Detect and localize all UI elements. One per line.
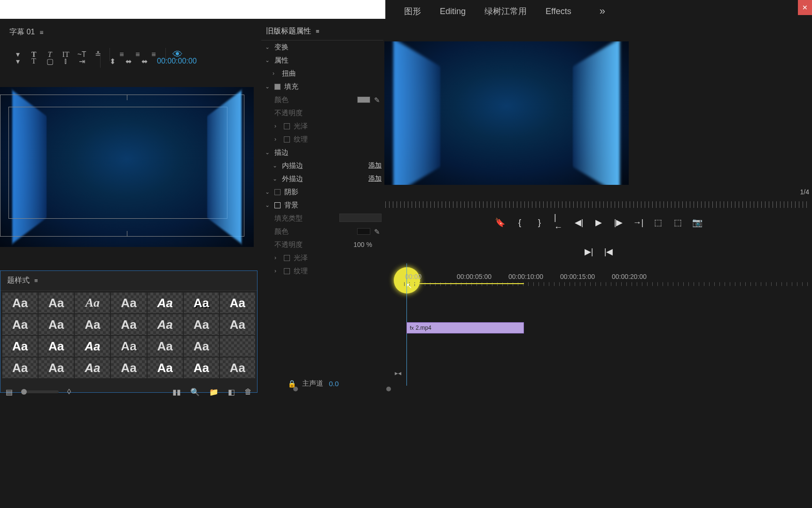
caret-icon[interactable]: ⌄: [273, 175, 278, 182]
caret-icon[interactable]: ›: [273, 70, 278, 77]
background-checkbox[interactable]: [274, 202, 281, 208]
style-preset[interactable]: Aa: [2, 357, 38, 378]
style-preset[interactable]: Aa: [2, 314, 38, 335]
distribute-icon[interactable]: ⫿: [60, 55, 72, 67]
close-button[interactable]: ✕: [798, 0, 812, 15]
folder-icon[interactable]: 📁: [209, 388, 219, 397]
prop-shadow[interactable]: 阴影: [284, 188, 298, 197]
style-preset[interactable]: [220, 336, 255, 357]
extract-icon[interactable]: ⬚: [672, 217, 683, 228]
style-preset[interactable]: Aa: [184, 357, 219, 378]
bg-sheen-checkbox[interactable]: [284, 255, 290, 261]
style-preset[interactable]: Aa: [184, 336, 219, 357]
work-area-bar[interactable]: [406, 283, 524, 284]
prop-outer-stroke[interactable]: 外描边: [282, 175, 303, 183]
shadow-checkbox[interactable]: [274, 189, 281, 195]
prop-inner-stroke[interactable]: 内描边: [282, 161, 303, 170]
caret-icon[interactable]: ⌄: [265, 83, 271, 90]
fill-checkbox[interactable]: [274, 84, 281, 90]
eyedropper-icon[interactable]: ✎: [374, 96, 382, 103]
monitor-ruler[interactable]: [385, 201, 809, 208]
style-preset[interactable]: Aa: [148, 293, 183, 313]
color-swatch[interactable]: [357, 96, 370, 103]
zoom-handle-right[interactable]: [386, 387, 391, 391]
title-timecode[interactable]: 00:00:00:00: [157, 57, 197, 65]
add-marker-icon[interactable]: 🔖: [495, 217, 505, 228]
workspace-editing[interactable]: Editing: [440, 7, 466, 16]
area-type-icon[interactable]: ▢: [44, 55, 56, 67]
step-back-icon[interactable]: ◀|: [574, 217, 584, 228]
sort-icon[interactable]: ◊: [67, 388, 71, 396]
caret-icon[interactable]: ›: [274, 123, 280, 129]
style-preset[interactable]: Aa: [2, 336, 38, 357]
insert-icon[interactable]: ▶|: [584, 246, 594, 257]
zoom-slider[interactable]: [21, 390, 59, 393]
caret-icon[interactable]: ›: [274, 268, 280, 274]
crawl-left-icon[interactable]: ⬌: [122, 55, 134, 67]
style-preset[interactable]: Aa: [184, 314, 219, 335]
overwrite-icon[interactable]: |◀: [603, 246, 614, 257]
play-icon[interactable]: ▶: [593, 217, 604, 228]
panel-menu-icon[interactable]: ≡: [34, 277, 38, 284]
style-preset[interactable]: Aa: [111, 293, 146, 313]
style-preset[interactable]: Aa: [39, 357, 74, 378]
caret-icon[interactable]: ⌄: [265, 202, 271, 208]
timeline-zoom-scrollbar[interactable]: [289, 387, 809, 392]
workspace-graphics[interactable]: 图形: [404, 6, 421, 17]
mark-out-icon[interactable]: }: [534, 217, 545, 228]
selection-tool-icon[interactable]: ▾: [12, 55, 24, 67]
style-preset[interactable]: Aa: [148, 314, 183, 335]
go-to-in-icon[interactable]: |←: [554, 217, 564, 228]
new-bin-icon[interactable]: ◧: [228, 388, 235, 397]
caret-icon[interactable]: ›: [274, 254, 280, 261]
go-to-out-icon[interactable]: →|: [633, 217, 643, 228]
style-preset[interactable]: Aa: [111, 314, 146, 335]
prop-background[interactable]: 背景: [284, 201, 298, 210]
style-preset[interactable]: Aa: [148, 336, 183, 357]
roll-icon[interactable]: ⬍: [106, 55, 118, 67]
workspace-effects[interactable]: Effects: [546, 7, 571, 16]
style-preset[interactable]: Aa: [220, 293, 255, 313]
caret-icon[interactable]: ⌄: [273, 162, 278, 169]
panel-menu-icon[interactable]: ≡: [316, 28, 320, 35]
new-item-icon[interactable]: ▮▮: [172, 388, 181, 397]
sheen-checkbox[interactable]: [284, 123, 290, 129]
title-canvas[interactable]: [0, 87, 254, 247]
panel-menu-icon[interactable]: ≡: [39, 29, 43, 36]
workspace-more-icon[interactable]: »: [600, 5, 605, 17]
trash-icon[interactable]: 🗑: [244, 388, 252, 397]
prop-stroke[interactable]: 描边: [274, 148, 289, 157]
eyedropper-icon[interactable]: ✎: [374, 228, 382, 235]
bg-opacity-value[interactable]: 100 %: [353, 241, 372, 248]
style-preset[interactable]: Aa: [2, 293, 38, 313]
style-preset[interactable]: Aa: [220, 357, 255, 378]
caret-icon[interactable]: ⌄: [265, 44, 271, 50]
dialog-titlebar[interactable]: [0, 0, 385, 19]
export-frame-icon[interactable]: 📷: [692, 217, 703, 228]
style-preset[interactable]: Aa: [75, 314, 110, 335]
caret-icon[interactable]: ⌄: [265, 189, 271, 195]
add-inner-stroke-link[interactable]: 添加: [368, 161, 382, 170]
caret-icon[interactable]: ›: [274, 136, 280, 143]
time-ruler[interactable]: ↖ 00:00 00:00:05:00 00:00:10:00 00:00:15…: [385, 263, 812, 287]
zoom-level[interactable]: 1/4: [800, 188, 809, 196]
track-collapse-icon[interactable]: ▸◂: [395, 369, 401, 377]
prop-attributes[interactable]: 属性: [274, 56, 289, 65]
crawl-right-icon[interactable]: ⬌: [138, 55, 150, 67]
video-clip[interactable]: fx 2.mp4: [406, 322, 524, 333]
style-preset[interactable]: Aa: [148, 357, 183, 378]
style-preset[interactable]: Aa: [111, 357, 146, 378]
style-preset[interactable]: Aa: [39, 336, 74, 357]
tab-icon[interactable]: ⇥: [76, 55, 88, 67]
style-preset[interactable]: Aa: [75, 357, 110, 378]
filltype-dropdown[interactable]: [339, 214, 382, 222]
program-monitor[interactable]: [384, 41, 629, 185]
zoom-handle-left[interactable]: [293, 387, 298, 391]
search-icon[interactable]: 🔍: [190, 388, 200, 397]
prop-fill[interactable]: 填充: [284, 82, 298, 91]
add-outer-stroke-link[interactable]: 添加: [368, 175, 382, 183]
caret-icon[interactable]: ⌄: [265, 57, 271, 64]
style-preset[interactable]: Aa: [184, 293, 219, 313]
style-preset[interactable]: Aa: [220, 314, 255, 335]
caret-icon[interactable]: ⌄: [265, 149, 271, 156]
